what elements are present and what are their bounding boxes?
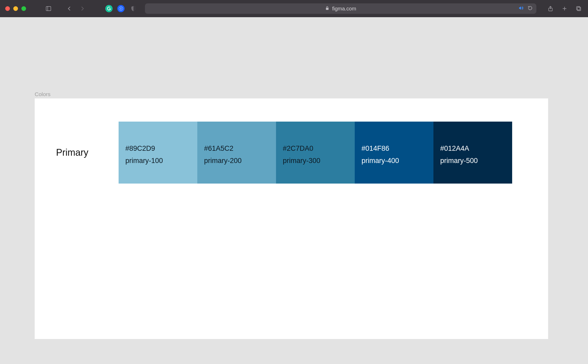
- address-bar[interactable]: figma.com: [145, 3, 536, 14]
- forward-button[interactable]: [78, 4, 87, 13]
- browser-toolbar: figma.com: [0, 0, 588, 17]
- share-button[interactable]: [546, 4, 555, 13]
- grammarly-extension-icon[interactable]: [105, 5, 113, 12]
- swatch-token: primary-500: [440, 157, 505, 165]
- privacy-shield-icon[interactable]: [129, 4, 138, 13]
- palette-title: Primary: [56, 147, 119, 158]
- reload-button[interactable]: [528, 5, 533, 12]
- swatch-primary-400[interactable]: #014F86 primary-400: [355, 122, 433, 184]
- swatch-token: primary-200: [204, 157, 269, 165]
- colors-frame[interactable]: Primary #89C2D9 primary-100 #61A5C2 prim…: [35, 98, 548, 339]
- swatch-primary-500[interactable]: #012A4A primary-500: [433, 122, 512, 184]
- svg-rect-3: [121, 8, 121, 10]
- audio-playing-icon[interactable]: [518, 5, 524, 12]
- frame-label[interactable]: Colors: [35, 91, 51, 97]
- swatch-list: #89C2D9 primary-100 #61A5C2 primary-200 …: [119, 122, 512, 184]
- svg-rect-0: [46, 7, 51, 11]
- sidebar-toggle-button[interactable]: [44, 4, 53, 13]
- swatch-hex: #61A5C2: [204, 145, 269, 153]
- window-controls: [5, 6, 26, 11]
- back-button[interactable]: [65, 4, 74, 13]
- address-bar-url: figma.com: [332, 6, 356, 12]
- swatch-primary-300[interactable]: #2C7DA0 primary-300: [276, 122, 355, 184]
- swatch-primary-200[interactable]: #61A5C2 primary-200: [197, 122, 276, 184]
- svg-rect-10: [577, 7, 580, 10]
- swatch-hex: #89C2D9: [125, 145, 191, 153]
- svg-rect-9: [577, 7, 581, 11]
- lock-icon: [325, 6, 329, 12]
- swatch-hex: #012A4A: [440, 145, 505, 153]
- window-close-button[interactable]: [5, 6, 10, 11]
- tabs-overview-button[interactable]: [574, 4, 583, 13]
- swatch-primary-100[interactable]: #89C2D9 primary-100: [119, 122, 197, 184]
- primary-palette-row: Primary #89C2D9 primary-100 #61A5C2 prim…: [56, 122, 512, 184]
- swatch-hex: #2C7DA0: [283, 145, 348, 153]
- window-minimize-button[interactable]: [13, 6, 18, 11]
- swatch-hex: #014F86: [362, 145, 427, 153]
- swatch-token: primary-400: [362, 157, 427, 165]
- swatch-token: primary-300: [283, 157, 348, 165]
- figma-canvas[interactable]: Colors Primary #89C2D9 primary-100 #61A5…: [0, 17, 588, 364]
- window-fullscreen-button[interactable]: [21, 6, 26, 11]
- onepassword-extension-icon[interactable]: [117, 5, 125, 12]
- new-tab-button[interactable]: [560, 4, 569, 13]
- swatch-token: primary-100: [125, 157, 191, 165]
- svg-rect-4: [326, 8, 329, 10]
